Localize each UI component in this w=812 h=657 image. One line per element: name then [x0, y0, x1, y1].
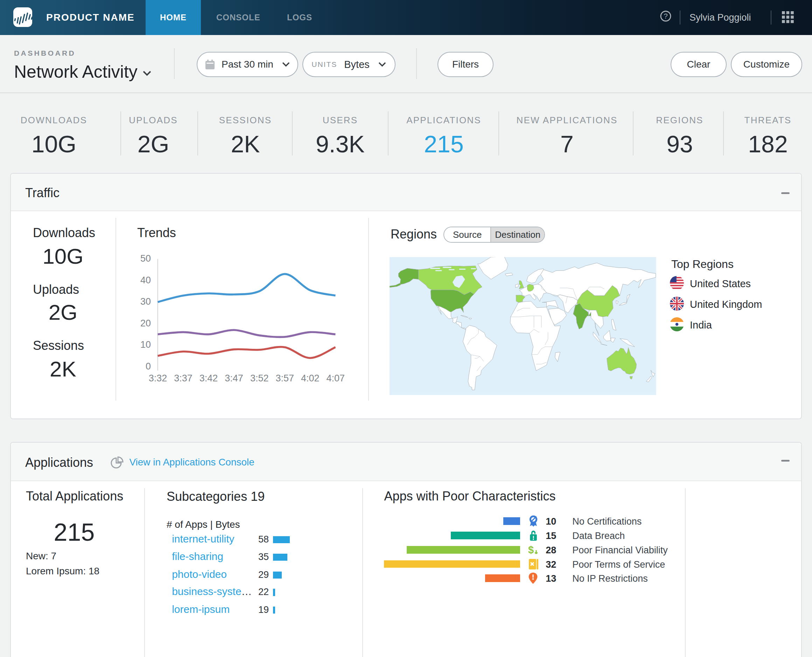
svg-text:?: ?	[664, 12, 668, 20]
